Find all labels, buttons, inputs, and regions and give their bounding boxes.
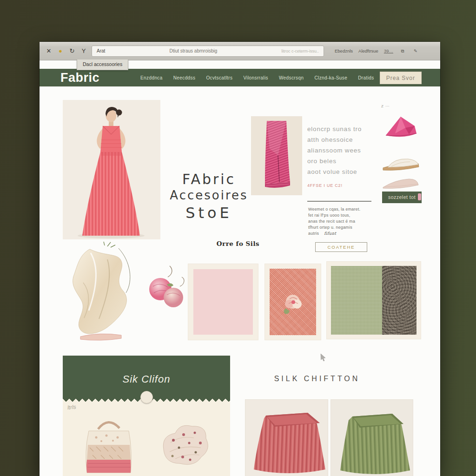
handbag-illustration[interactable] [76,415,142,475]
hero-description: eloncrp sunas tro atth ohessoice alianss… [307,124,377,177]
pink-fabric-photo[interactable] [251,116,302,195]
rose-fold-illustration [277,290,309,317]
toolbar-menu: Ebedznls Aledftrsue 39… ⧉ ✎ [335,48,419,54]
window-icon[interactable]: ⧉ [399,48,406,54]
hero-title-line-3: StoE [157,204,261,222]
address-text: Dtiut straus abrnroisbig [109,48,278,53]
paragraph-line: fet rai lf'ps uooo tous, [308,212,378,218]
hero-model-photo[interactable] [63,100,160,239]
handwritten-scribble: ltrls [67,403,76,411]
hero-title: FAbric Accesoires StoE [157,171,261,222]
hero-title-line-1: FAbric [157,171,261,187]
toolbar-menu-item[interactable]: Aledftrsue [358,48,378,53]
browser-tab[interactable]: Dacl accessoories [77,60,128,70]
hero-text-line: aoot volue sitoe [307,166,377,177]
continue-button[interactable]: COATEHE [315,242,367,252]
hero-paragraph: Weemet o cqas, la emaret. fet rai lf'ps … [308,206,378,237]
nav-item-4[interactable]: Vilonsrralis [243,75,268,80]
banner-title: Sik Clifon [63,373,230,385]
green-weave-swatch [331,266,382,335]
pink-sliver-decor [418,193,421,200]
flat-shoe-illustration[interactable] [381,177,421,192]
sale-button-label: sozzelet tot [388,194,416,200]
paisley-fabric-swatch [382,266,416,335]
pink-scarf-illustration[interactable] [381,112,421,143]
paragraph-line: tfhurt ortep u. negamis [308,225,378,231]
ballet-flat-illustration[interactable] [381,153,421,174]
nav-item-7[interactable]: Dratids [358,75,374,80]
cursor-icon [320,354,326,361]
divider-line [307,201,371,202]
main-nav: Enzddnca Neecddss Ocvtscatltrs Vilonsrra… [140,75,397,80]
browser-window: ✕ ● ↻ Y Arat Dtiut straus abrnroisbig li… [40,42,440,476]
refresh-icon[interactable]: ↻ [68,47,76,54]
browser-toolbar: ✕ ● ↻ Y Arat Dtiut straus abrnroisbig li… [40,42,440,60]
banner-pin-button[interactable] [140,391,153,403]
hero-title-line-2: Accesoires [157,188,261,202]
paragraph-line: anas the recit uact é ma [308,218,378,225]
silk-chiffon-card[interactable]: Sik Clifon ltrls [63,356,230,476]
header-cta-button[interactable]: Prea Svor [380,72,422,84]
green-paisley-swatch-card[interactable] [327,262,421,339]
section-title: SILK CHIFTTON [271,375,364,383]
floral-baubles-illustration[interactable] [144,264,186,310]
offer-text: 4FFSE I UE C2! [307,183,343,188]
hero-text-line: oro beles [307,156,377,166]
close-icon[interactable]: ✕ [45,47,53,54]
address-bar[interactable]: Arat Dtiut straus abrnroisbig litroc c-c… [92,46,324,57]
bookmark-icon[interactable]: Y [80,47,87,54]
site-logo[interactable]: Fabric [60,71,99,85]
sale-button[interactable]: sozzelet tot [382,192,422,203]
coral-table-skirt-product[interactable] [245,400,328,476]
nav-item-6[interactable]: Clznd-ka-Suse [314,75,347,80]
site-header: Fabric Enzddnca Neecddss Ocvtscatltrs Vi… [40,69,440,86]
paragraph-line: autris [308,231,319,236]
address-hint: litroc c-ceterm-issu.. [281,49,319,53]
green-table-skirt-product[interactable] [331,400,413,476]
shield-icon[interactable]: ● [57,47,64,54]
collection-heading: Orre fo Sils [210,240,266,247]
nav-item-2[interactable]: Neecddss [173,75,196,80]
draped-silk-illustration[interactable] [63,241,146,344]
hero-text-line: alianssoom wees [307,145,377,156]
floral-swatch-card[interactable] [188,264,258,340]
coral-swatch-card[interactable] [265,264,321,340]
toolbar-menu-item[interactable]: Ebedznls [335,48,353,53]
side-note: Z ⋯ [381,104,421,108]
bookmark-label: Arat [97,48,105,53]
paragraph-line: Weemet o cqas, la emaret. [308,206,378,212]
floral-fabric-swatch [193,269,253,335]
hero-text-line: atth ohessoice [307,134,377,145]
nav-item-5[interactable]: Wedscrsqn [279,75,304,80]
pen-icon[interactable]: ✎ [412,48,419,53]
hero-text-line: eloncrp sunas tro [307,124,377,134]
coral-weave-swatch [270,269,316,335]
nav-item-3[interactable]: Ocvtscatltrs [206,75,232,80]
nav-item-1[interactable]: Enzddnca [140,75,163,80]
floral-fabric-pile-illustration[interactable] [157,417,215,475]
accessories-column: Z ⋯ [381,104,421,192]
toolbar-menu-item[interactable]: 39… [384,48,393,53]
signature-scribble: fifunt [324,231,336,236]
